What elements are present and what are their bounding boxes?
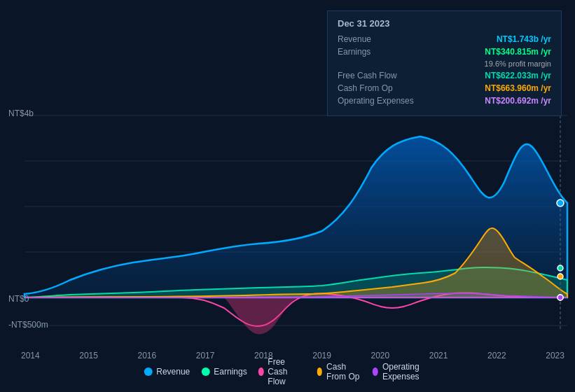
legend-item-revenue[interactable]: Revenue [144,367,190,377]
tooltip-margin-value: 19.6% profit margin [485,59,551,68]
tooltip-box: Dec 31 2023 Revenue NT$1.743b /yr Earnin… [327,10,562,116]
tooltip-date: Dec 31 2023 [338,18,551,29]
x-label-2022: 2022 [487,351,506,360]
legend-label-cashop: Cash From Op [326,362,361,382]
legend-label-fcf: Free Cash Flow [268,357,305,386]
tooltip-opex-value: NT$200.692m /yr [485,96,551,106]
x-label-2015: 2015 [79,351,98,360]
svg-point-8 [557,200,564,206]
tooltip-cashop-value: NT$663.960m /yr [485,83,551,93]
legend-item-earnings[interactable]: Earnings [201,367,247,377]
x-label-2023: 2023 [546,351,564,360]
svg-point-11 [557,274,563,279]
tooltip-margin-row: 19.6% profit margin [338,59,551,68]
svg-point-9 [557,265,563,271]
tooltip-opex-row: Operating Expenses NT$200.692m /yr [338,96,551,106]
legend-item-cashop[interactable]: Cash From Op [317,362,361,382]
y-axis-neg-label: -NT$500m [8,320,48,330]
legend-item-opex[interactable]: Operating Expenses [373,362,431,382]
legend-dot-fcf [258,368,264,376]
legend-item-fcf[interactable]: Free Cash Flow [258,357,306,386]
legend-dot-opex [373,368,378,376]
tooltip-earnings-label: Earnings [338,47,370,57]
tooltip-fcf-label: Free Cash Flow [338,71,397,80]
legend-label-opex: Operating Expenses [382,362,431,382]
tooltip-revenue-label: Revenue [338,34,371,44]
svg-point-12 [557,295,563,300]
tooltip-cashop-label: Cash From Op [338,83,393,93]
tooltip-fcf-value: NT$622.033m /yr [485,71,551,80]
tooltip-earnings-value: NT$340.815m /yr [485,47,551,57]
tooltip-revenue-value: NT$1.743b /yr [497,34,551,44]
tooltip-fcf-row: Free Cash Flow NT$622.033m /yr [338,71,551,80]
tooltip-earnings-row: Earnings NT$340.815m /yr [338,47,551,57]
y-axis-top-label: NT$4b [8,108,34,118]
legend-label-earnings: Earnings [214,367,247,377]
chart-container: NT$4b NT$0 -NT$500m Dec 31 2023 Revenue … [0,0,575,392]
x-label-2014: 2014 [21,351,40,360]
tooltip-cashop-row: Cash From Op NT$663.960m /yr [338,83,551,93]
legend: Revenue Earnings Free Cash Flow Cash Fro… [144,357,431,386]
legend-dot-cashop [317,368,322,376]
x-label-2021: 2021 [429,351,448,360]
y-axis-zero-label: NT$0 [8,294,29,304]
legend-dot-revenue [144,368,152,376]
tooltip-revenue-row: Revenue NT$1.743b /yr [338,34,551,44]
tooltip-opex-label: Operating Expenses [338,96,414,106]
legend-label-revenue: Revenue [156,367,190,377]
legend-dot-earnings [201,368,209,376]
